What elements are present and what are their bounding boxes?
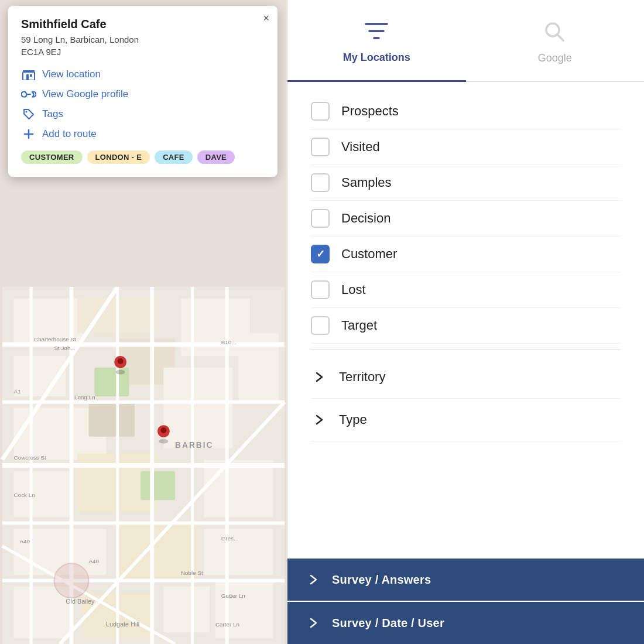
svg-text:A40: A40 bbox=[19, 538, 30, 544]
svg-text:Carter Ln: Carter Ln bbox=[215, 621, 239, 628]
svg-text:Old Bailey: Old Bailey bbox=[66, 598, 95, 605]
expand-type[interactable]: Type bbox=[311, 399, 621, 441]
checkbox-samples[interactable] bbox=[311, 173, 330, 192]
svg-point-62 bbox=[54, 563, 89, 598]
checkbox-decision[interactable] bbox=[311, 209, 330, 228]
dave-tag[interactable]: DAVE bbox=[197, 150, 235, 164]
chevron-territory-icon bbox=[311, 369, 327, 385]
svg-point-60 bbox=[159, 439, 169, 444]
svg-text:Long Ln: Long Ln bbox=[74, 394, 95, 400]
checkbox-prospects[interactable] bbox=[311, 102, 330, 121]
filter-prospects[interactable]: Prospects bbox=[311, 94, 621, 129]
checkbox-target[interactable] bbox=[311, 316, 330, 335]
filter-target[interactable]: Target bbox=[311, 308, 621, 344]
survey-buttons-container: Survey / Answers Survey / Date / User bbox=[287, 559, 644, 644]
expand-territory-label: Territory bbox=[339, 369, 385, 385]
london-tag[interactable]: LONDON - E bbox=[87, 150, 150, 164]
svg-text:BARBIC: BARBIC bbox=[175, 441, 213, 450]
svg-text:Gutter Ln: Gutter Ln bbox=[221, 592, 245, 599]
svg-point-61 bbox=[161, 427, 167, 433]
tags-action[interactable]: Tags bbox=[21, 108, 265, 120]
tabs-container: My Locations Google bbox=[287, 0, 644, 82]
view-google-label: View Google profile bbox=[42, 88, 128, 100]
tab-google-label: Google bbox=[538, 52, 572, 64]
svg-text:Ludgate Hill: Ludgate Hill bbox=[106, 621, 139, 628]
filter-visited-label: Visited bbox=[341, 139, 380, 155]
building-icon bbox=[21, 68, 36, 80]
location-popup: × Smithfield Cafe 59 Long Ln, Barbican, … bbox=[8, 6, 278, 177]
add-to-route-action[interactable]: Add to route bbox=[21, 128, 265, 140]
svg-rect-16 bbox=[163, 368, 232, 448]
svg-rect-21 bbox=[204, 529, 273, 575]
chevron-survey-date-icon bbox=[305, 615, 321, 631]
svg-rect-25 bbox=[215, 581, 273, 638]
filter-visited[interactable]: Visited bbox=[311, 129, 621, 165]
svg-text:A40: A40 bbox=[89, 558, 100, 564]
map-panel: × Smithfield Cafe 59 Long Ln, Barbican, … bbox=[0, 0, 287, 644]
svg-point-4 bbox=[26, 111, 28, 113]
svg-rect-27 bbox=[141, 471, 175, 500]
search-icon bbox=[540, 17, 570, 46]
popup-address: 59 Long Ln, Barbican, London EC1A 9EJ bbox=[21, 33, 265, 58]
filter-divider bbox=[311, 350, 621, 350]
view-location-label: View location bbox=[42, 68, 101, 80]
add-to-route-label: Add to route bbox=[42, 128, 97, 140]
right-panel: My Locations Google Prospects Visited Sa… bbox=[287, 0, 644, 644]
view-google-action[interactable]: View Google profile bbox=[21, 88, 265, 100]
filter-customer-label: Customer bbox=[341, 246, 397, 262]
popup-title: Smithfield Cafe bbox=[21, 18, 265, 31]
svg-rect-2 bbox=[30, 74, 32, 77]
expand-territory[interactable]: Territory bbox=[311, 356, 621, 399]
filter-samples-label: Samples bbox=[341, 175, 392, 190]
filter-target-label: Target bbox=[341, 318, 377, 333]
filter-lost[interactable]: Lost bbox=[311, 272, 621, 308]
svg-point-58 bbox=[116, 370, 125, 375]
chevron-type-icon bbox=[311, 412, 327, 428]
checkbox-lost[interactable] bbox=[311, 280, 330, 299]
survey-date-user-button[interactable]: Survey / Date / User bbox=[287, 602, 644, 644]
view-location-action[interactable]: View location bbox=[21, 68, 265, 80]
filter-decision-label: Decision bbox=[341, 211, 390, 226]
checkbox-customer[interactable]: ✓ bbox=[311, 245, 330, 263]
svg-text:A1: A1 bbox=[14, 388, 21, 395]
survey-date-user-label: Survey / Date / User bbox=[332, 616, 444, 630]
link-icon bbox=[21, 88, 36, 100]
filter-decision[interactable]: Decision bbox=[311, 201, 621, 237]
chevron-survey-answers-icon bbox=[305, 571, 321, 588]
customer-tag[interactable]: CUSTOMER bbox=[21, 150, 83, 164]
filter-lost-label: Lost bbox=[341, 282, 366, 297]
plus-icon bbox=[21, 128, 36, 140]
popup-close-button[interactable]: × bbox=[263, 13, 269, 23]
svg-text:St Joh...: St Joh... bbox=[54, 345, 76, 351]
survey-answers-label: Survey / Answers bbox=[332, 573, 431, 587]
filter-samples[interactable]: Samples bbox=[311, 165, 621, 201]
filter-section: Prospects Visited Samples Decision ✓ Cus… bbox=[287, 82, 644, 559]
svg-text:B10...: B10... bbox=[221, 339, 237, 345]
tag-icon bbox=[21, 108, 36, 120]
tab-my-locations[interactable]: My Locations bbox=[287, 0, 466, 82]
checkmark-icon: ✓ bbox=[316, 248, 325, 261]
svg-point-59 bbox=[118, 358, 124, 364]
svg-text:Cowcross St: Cowcross St bbox=[14, 454, 46, 461]
svg-text:Gres...: Gres... bbox=[221, 535, 239, 542]
tab-my-locations-label: My Locations bbox=[343, 52, 410, 64]
tags-label: Tags bbox=[42, 108, 63, 120]
survey-answers-button[interactable]: Survey / Answers bbox=[287, 559, 644, 601]
svg-rect-20 bbox=[204, 460, 273, 517]
cafe-tag[interactable]: CAFE bbox=[155, 150, 193, 164]
svg-text:Charterhouse St: Charterhouse St bbox=[34, 336, 76, 342]
filter-prospects-label: Prospects bbox=[341, 104, 399, 119]
svg-text:Cock Ln: Cock Ln bbox=[14, 492, 35, 498]
map-background: Charterhouse St Long Ln Cock Ln A40 A40 … bbox=[0, 287, 287, 644]
popup-tags-container: CUSTOMER LONDON - E CAFE DAVE bbox=[21, 150, 265, 164]
filter-customer[interactable]: ✓ Customer bbox=[311, 237, 621, 272]
svg-text:Noble St: Noble St bbox=[181, 570, 203, 576]
svg-rect-24 bbox=[163, 587, 210, 633]
filter-icon bbox=[362, 16, 391, 46]
svg-rect-3 bbox=[23, 70, 35, 72]
svg-rect-1 bbox=[26, 74, 29, 77]
tab-google[interactable]: Google bbox=[466, 0, 645, 81]
svg-rect-13 bbox=[89, 402, 135, 437]
expand-type-label: Type bbox=[339, 412, 367, 427]
checkbox-visited[interactable] bbox=[311, 138, 330, 156]
